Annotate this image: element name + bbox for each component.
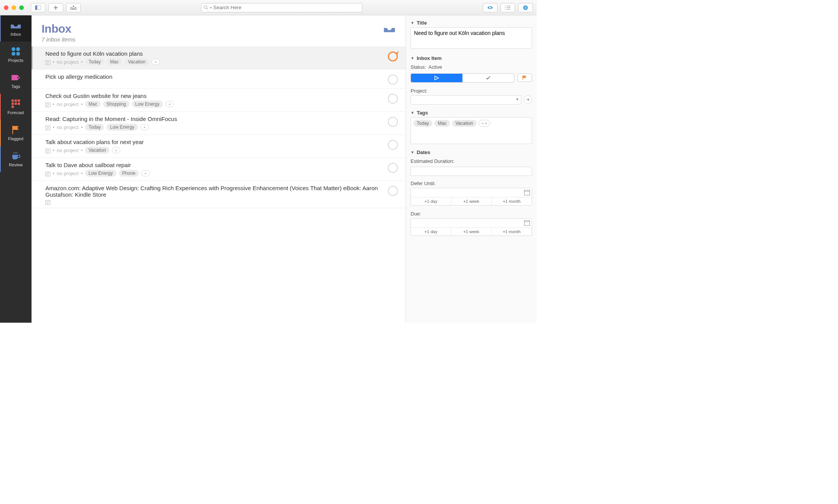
quick-plus-1-month[interactable]: +1 month (492, 197, 532, 205)
nav-label: Tags (11, 84, 20, 89)
complete-checkbox[interactable] (388, 140, 398, 150)
tag-pill[interactable]: Mac (106, 58, 122, 65)
no-project-label: no project (57, 101, 79, 107)
defer-date-field[interactable]: +1 day +1 week +1 month (411, 188, 532, 206)
due-label: Due: (411, 209, 532, 218)
quick-plus-1-month[interactable]: +1 month (492, 228, 532, 235)
tag-pill[interactable]: Today (413, 120, 432, 127)
status-active-segment[interactable] (411, 74, 462, 82)
new-item-button[interactable] (48, 3, 63, 12)
tag-pill[interactable]: Mac (434, 120, 450, 127)
minimize-window-button[interactable] (12, 5, 16, 10)
tag-pill[interactable]: Phone (119, 170, 139, 177)
tag-pill[interactable]: Shopping (103, 101, 130, 108)
calendar-grid-icon (11, 99, 20, 108)
add-tag-button[interactable]: + (140, 124, 149, 130)
quick-plus-1-day[interactable]: +1 day (411, 197, 451, 205)
quick-plus-1-day[interactable]: +1 day (411, 228, 451, 235)
nav-label: Review (9, 162, 23, 167)
quick-entry-button[interactable] (66, 3, 81, 12)
view-options-button[interactable] (483, 3, 497, 12)
complete-checkbox[interactable] (388, 163, 398, 173)
complete-checkbox[interactable] (388, 75, 398, 85)
inspector-section-dates[interactable]: ▼Dates (411, 148, 532, 157)
nav-review[interactable]: Review (0, 146, 32, 172)
inspector-toggle-button[interactable]: i (518, 3, 533, 12)
nav-tags[interactable]: Tags (0, 68, 32, 94)
inbox-row[interactable]: Amazon.com: Adaptive Web Design: Craftin… (32, 181, 406, 208)
inbox-row[interactable]: Talk to Dave about sailboat repair•no pr… (32, 158, 406, 181)
complete-checkbox[interactable] (388, 51, 398, 61)
inbox-row[interactable]: Talk about vacation plans for next year•… (32, 135, 406, 158)
inspector-section-inbox-item[interactable]: ▼Inbox Item (411, 54, 532, 63)
inspector-section-tags[interactable]: ▼Tags (411, 108, 532, 117)
title-field[interactable]: Need to figure out Köln vacation plans (411, 27, 532, 49)
calendar-icon[interactable] (524, 189, 530, 197)
row-meta: •no project•TodayMacVacation+ (45, 58, 383, 65)
inbox-row[interactable]: Check out Gustin website for new jeans•n… (32, 89, 406, 112)
tag-pill[interactable]: Today (85, 58, 104, 65)
inbox-row[interactable]: Read: Capturing in the Moment - Inside O… (32, 112, 406, 135)
project-select[interactable] (411, 95, 521, 104)
add-tag-button[interactable]: + (479, 120, 490, 127)
row-title: Talk about vacation plans for next year (45, 139, 383, 145)
list-icon (505, 5, 511, 10)
plus-icon (53, 5, 59, 10)
svg-point-2 (204, 5, 207, 8)
tags-field[interactable]: TodayMacVacation+ (411, 117, 532, 144)
estimated-duration-field[interactable] (411, 167, 532, 176)
tag-pill[interactable]: Low Energy (132, 101, 163, 108)
nav-projects[interactable]: Projects (0, 41, 32, 68)
add-tag-button[interactable]: + (112, 147, 120, 153)
complete-checkbox[interactable] (388, 94, 398, 104)
goto-project-button[interactable]: ➜ (524, 95, 532, 104)
inspector-section-title[interactable]: ▼Title (411, 18, 532, 27)
quick-plus-1-week[interactable]: +1 week (451, 197, 492, 205)
tag-pill[interactable]: Vacation (125, 58, 149, 65)
tag-pill[interactable]: Today (85, 124, 104, 131)
inbox-row[interactable]: Need to figure out Köln vacation plans•n… (32, 46, 406, 70)
search-field[interactable]: ▾ (201, 3, 362, 12)
eye-icon (487, 5, 493, 10)
add-tag-button[interactable]: + (141, 170, 150, 176)
disclosure-triangle-icon: ▼ (411, 111, 414, 115)
nav-forecast[interactable]: Forecast (0, 94, 32, 120)
add-tag-button[interactable]: + (151, 59, 160, 65)
status-segmented-control[interactable] (411, 73, 514, 83)
quick-plus-1-week[interactable]: +1 week (451, 228, 492, 235)
tag-pill[interactable]: Vacation (452, 120, 477, 127)
no-project-label: no project (57, 148, 79, 153)
tag-pill[interactable]: Low Energy (106, 124, 138, 131)
row-meta: •no project•TodayLow Energy+ (45, 124, 383, 131)
no-project-label: no project (57, 59, 79, 65)
inbox-row[interactable]: Pick up allergy medication (32, 70, 406, 89)
tag-pill[interactable]: Vacation (85, 147, 110, 154)
search-input[interactable] (213, 5, 360, 10)
zoom-window-button[interactable] (19, 5, 24, 10)
note-icon (45, 60, 50, 64)
calendar-icon[interactable] (524, 220, 530, 227)
svg-point-8 (12, 52, 15, 56)
due-date-field[interactable]: +1 day +1 week +1 month (411, 218, 532, 236)
svg-rect-17 (12, 106, 14, 108)
inbox-icon (10, 22, 21, 29)
nav-label: Forecast (8, 110, 24, 115)
disclosure-triangle-icon: ▼ (411, 21, 414, 25)
row-meta: •no project•Low EnergyPhone+ (45, 170, 383, 177)
tag-pill[interactable]: Mac (85, 101, 101, 108)
svg-rect-25 (524, 220, 530, 225)
nav-flagged[interactable]: Flagged (0, 120, 32, 146)
flag-toggle[interactable] (517, 73, 532, 82)
complete-checkbox[interactable] (388, 117, 398, 127)
add-tag-button[interactable]: + (165, 101, 174, 107)
nav-inbox[interactable]: Inbox (0, 15, 32, 41)
toggle-sidebar-button[interactable] (31, 3, 45, 12)
list-layout-button[interactable] (500, 3, 515, 12)
complete-checkbox[interactable] (388, 186, 398, 196)
row-meta: •no project•MacShoppingLow Energy+ (45, 101, 383, 108)
close-window-button[interactable] (4, 5, 8, 10)
tag-pill[interactable]: Low Energy (85, 170, 116, 177)
svg-rect-15 (15, 103, 17, 105)
tag-icon (11, 74, 21, 81)
status-completed-segment[interactable] (462, 74, 514, 82)
